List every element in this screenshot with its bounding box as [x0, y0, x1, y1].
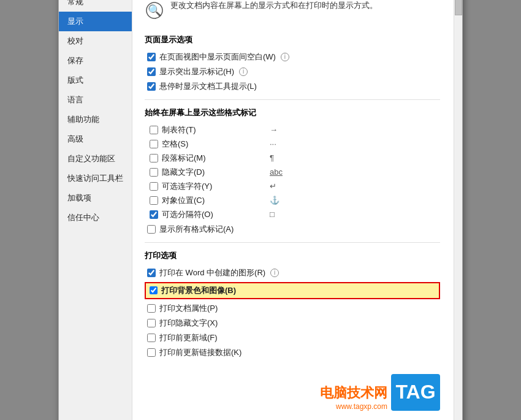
- sidebar-item-advanced[interactable]: 高级: [59, 129, 132, 149]
- sidebar: 常规 显示 校对 保存 版式 语言 辅助功能 高级 自定义功能区 快速访问工具栏…: [59, 0, 132, 420]
- checkbox-hidden-text-label[interactable]: 隐藏文字(D): [162, 167, 205, 178]
- checkbox-whitespace[interactable]: [147, 53, 156, 61]
- sidebar-item-language[interactable]: 语言: [59, 90, 132, 110]
- watermark-spacer: 电脑技术网 www.tagxp.com TAG: [145, 362, 440, 411]
- fmt-tab-row: 制表符(T): [147, 124, 270, 136]
- checkbox-space-label[interactable]: 空格(S): [162, 139, 188, 150]
- print-update-links-row: 打印前更新链接数据(K): [145, 347, 440, 358]
- section1-title: 页面显示选项: [145, 34, 440, 45]
- print-update-fields-row: 打印前更新域(F): [145, 332, 440, 343]
- description-icon: 🔍: [145, 1, 164, 25]
- info-icon-print-graphics[interactable]: i: [270, 269, 279, 277]
- print-graphics-row: 打印在 Word 中创建的图形(R) i: [145, 267, 440, 278]
- sidebar-item-proofing[interactable]: 校对: [59, 31, 132, 51]
- checkbox-paragraph-label[interactable]: 段落标记(M): [162, 153, 206, 164]
- top-description: 🔍 更改文档内容在屏幕上的显示方式和在打印时的显示方式。: [145, 0, 440, 25]
- checkbox-print-graphics-label[interactable]: 打印在 Word 中创建的图形(R): [159, 267, 265, 278]
- info-icon-whitespace[interactable]: i: [281, 53, 289, 61]
- watermark-area: 电脑技术网 www.tagxp.com TAG: [320, 374, 440, 411]
- checkbox-highlight[interactable]: [147, 67, 156, 76]
- checkbox-optional-separator[interactable]: [150, 210, 158, 219]
- print-background-highlighted-row: 打印背景色和图像(B): [145, 282, 440, 299]
- checkbox-hidden-text[interactable]: [150, 168, 158, 177]
- watermark-site: 电脑技术网: [320, 384, 387, 402]
- checkbox-print-update-links-label[interactable]: 打印前更新链接数据(K): [159, 347, 241, 358]
- watermark-logo: TAG: [391, 374, 440, 411]
- word-options-dialog: W Word 选项 ? ✕ 常规 显示 校对 保存 版式 语言 辅助功能 高级 …: [58, 0, 463, 420]
- checkbox-page-whitespace: 在页面视图中显示页面间空白(W) i: [145, 52, 440, 63]
- symbol-anchor: ⚓: [270, 195, 319, 206]
- checkbox-optional-hyphen-label[interactable]: 可选连字符(Y): [162, 181, 212, 192]
- checkbox-page-highlight: 显示突出显示标记(H) i: [145, 66, 440, 77]
- print-hidden-row: 打印隐藏文字(X): [145, 318, 440, 329]
- checkbox-whitespace-label[interactable]: 在页面视图中显示页面间空白(W): [159, 52, 276, 63]
- fmt-space-row: 空格(S): [147, 139, 270, 150]
- main-content: 🔍 更改文档内容在屏幕上的显示方式和在打印时的显示方式。 页面显示选项 在页面视…: [132, 0, 462, 420]
- print-props-row: 打印文档属性(P): [145, 303, 440, 314]
- fmt-anchor-row: 对象位置(C): [147, 195, 270, 206]
- checkbox-tab[interactable]: [150, 126, 158, 134]
- fmt-hidden-row: 隐藏文字(D): [147, 167, 270, 178]
- dialog-body: 常规 显示 校对 保存 版式 语言 辅助功能 高级 自定义功能区 快速访问工具栏…: [59, 0, 462, 420]
- checkbox-print-background-label[interactable]: 打印背景色和图像(B): [161, 285, 236, 296]
- sidebar-item-quick-access[interactable]: 快速访问工具栏: [59, 169, 132, 188]
- description-text: 更改文档内容在屏幕上的显示方式和在打印时的显示方式。: [170, 0, 378, 11]
- checkbox-all-marks[interactable]: [147, 225, 156, 234]
- checkbox-print-props[interactable]: [147, 304, 156, 313]
- divider1: [145, 99, 440, 100]
- checkbox-print-graphics[interactable]: [147, 269, 156, 277]
- sidebar-item-display[interactable]: 显示: [59, 12, 132, 31]
- checkbox-optional-separator-label[interactable]: 可选分隔符(O): [162, 209, 213, 220]
- checkbox-print-background[interactable]: [150, 286, 158, 294]
- checkbox-tooltip[interactable]: [147, 82, 156, 91]
- checkbox-print-update-fields-label[interactable]: 打印前更新域(F): [159, 332, 218, 343]
- watermark-text-area: 电脑技术网 www.tagxp.com: [320, 384, 387, 411]
- sidebar-item-save[interactable]: 保存: [59, 51, 132, 71]
- checkbox-print-update-fields[interactable]: [147, 334, 156, 342]
- format-marks-grid: 制表符(T) → 空格(S) ··· 段落标记(M) ¶: [145, 124, 440, 220]
- divider2: [145, 242, 440, 243]
- checkbox-object-position-label[interactable]: 对象位置(C): [162, 195, 205, 206]
- section3-title: 打印选项: [145, 250, 440, 261]
- fmt-separator-row: 可选分隔符(O): [147, 209, 270, 220]
- info-icon-highlight[interactable]: i: [239, 67, 248, 76]
- checkbox-optional-hyphen[interactable]: [150, 182, 158, 191]
- sidebar-item-addins[interactable]: 加载项: [59, 188, 132, 208]
- fmt-para-row: 段落标记(M): [147, 153, 270, 164]
- fmt-all-row: 显示所有格式标记(A): [145, 224, 440, 235]
- checkbox-print-update-links[interactable]: [147, 348, 156, 357]
- fmt-hyphen-row: 可选连字符(Y): [147, 181, 270, 192]
- sidebar-item-accessibility[interactable]: 辅助功能: [59, 110, 132, 129]
- symbol-hidden: abc: [270, 167, 319, 178]
- checkbox-object-position[interactable]: [150, 196, 158, 205]
- svg-text:🔍: 🔍: [148, 4, 162, 17]
- sidebar-item-layout[interactable]: 版式: [59, 71, 132, 90]
- scrollbar-thumb[interactable]: [455, 0, 462, 15]
- symbol-hyphen: ↵: [270, 181, 319, 192]
- checkbox-paragraph[interactable]: [150, 154, 158, 162]
- sidebar-item-trust-center[interactable]: 信任中心: [59, 208, 132, 227]
- checkbox-tab-label[interactable]: 制表符(T): [162, 124, 196, 136]
- section2-title: 始终在屏幕上显示这些格式标记: [145, 107, 440, 118]
- checkbox-print-props-label[interactable]: 打印文档属性(P): [159, 303, 218, 314]
- checkbox-tooltip-label[interactable]: 悬停时显示文档工具提示(L): [159, 81, 257, 92]
- scrollbar-track[interactable]: [454, 0, 462, 420]
- checkbox-all-marks-label[interactable]: 显示所有格式标记(A): [159, 224, 234, 235]
- watermark-url: www.tagxp.com: [336, 402, 387, 411]
- checkbox-print-hidden-label[interactable]: 打印隐藏文字(X): [159, 318, 218, 329]
- checkbox-print-hidden[interactable]: [147, 319, 156, 327]
- checkbox-space[interactable]: [150, 140, 158, 148]
- checkbox-highlight-label[interactable]: 显示突出显示标记(H): [159, 66, 234, 77]
- sidebar-item-general[interactable]: 常规: [59, 0, 132, 12]
- symbol-paragraph: ¶: [270, 153, 319, 164]
- checkbox-page-tooltip: 悬停时显示文档工具提示(L): [145, 81, 440, 92]
- content-area: 🔍 更改文档内容在屏幕上的显示方式和在打印时的显示方式。 页面显示选项 在页面视…: [145, 0, 450, 411]
- symbol-tab: →: [270, 124, 319, 136]
- sidebar-item-customize-ribbon[interactable]: 自定义功能区: [59, 149, 132, 169]
- symbol-space: ···: [270, 139, 319, 150]
- symbol-separator: □: [270, 209, 319, 220]
